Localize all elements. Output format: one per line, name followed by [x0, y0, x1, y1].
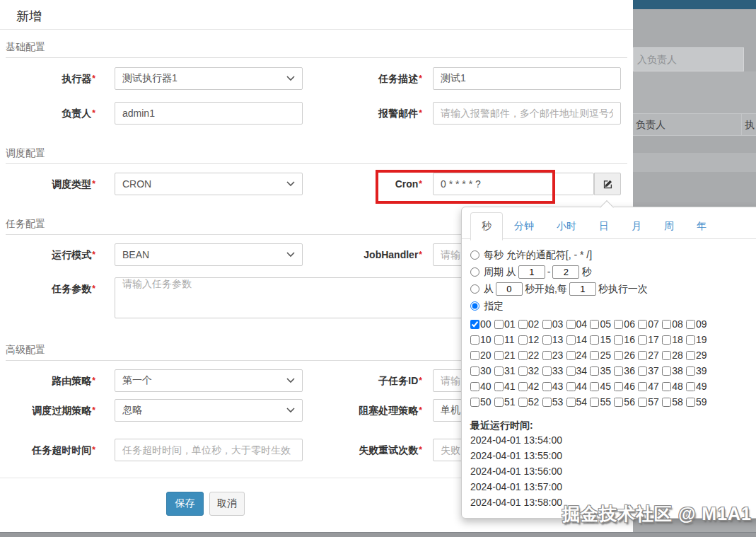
second-item-36[interactable]: 36: [614, 363, 638, 379]
second-item-16[interactable]: 16: [614, 332, 638, 347]
second-checkbox-20[interactable]: [470, 351, 479, 360]
second-checkbox-28[interactable]: [662, 351, 671, 360]
second-item-37[interactable]: 37: [638, 363, 662, 379]
second-item-34[interactable]: 34: [566, 363, 591, 379]
second-item-33[interactable]: 33: [542, 363, 566, 379]
second-checkbox-37[interactable]: [638, 366, 647, 376]
cron-tab-年[interactable]: 年: [685, 212, 718, 241]
second-item-54[interactable]: 54: [566, 394, 591, 410]
second-item-51[interactable]: 51: [494, 394, 518, 410]
second-checkbox-53[interactable]: [542, 398, 552, 407]
second-item-55[interactable]: 55: [590, 394, 614, 410]
second-checkbox-41[interactable]: [494, 382, 504, 391]
cron-option-cycle[interactable]: 周期 从-秒: [470, 263, 756, 280]
cron-option-from-radio[interactable]: [470, 284, 479, 294]
cron-tab-秒[interactable]: 秒: [470, 212, 503, 241]
second-checkbox-17[interactable]: [638, 335, 647, 345]
second-item-25[interactable]: 25: [590, 347, 614, 363]
second-checkbox-08[interactable]: [662, 320, 671, 329]
second-checkbox-13[interactable]: [542, 335, 552, 345]
second-item-24[interactable]: 24: [566, 347, 591, 363]
second-item-11[interactable]: 11: [494, 332, 518, 347]
second-checkbox-00[interactable]: [470, 320, 479, 329]
owner-input[interactable]: [115, 102, 303, 125]
second-checkbox-58[interactable]: [662, 398, 671, 407]
second-checkbox-42[interactable]: [518, 382, 528, 391]
second-item-14[interactable]: 14: [566, 332, 591, 347]
cron-option-specify-radio[interactable]: [470, 301, 479, 311]
cron-tab-月[interactable]: 月: [620, 212, 653, 241]
second-item-17[interactable]: 17: [638, 332, 662, 347]
second-item-12[interactable]: 12: [518, 332, 542, 347]
schedule-type-select[interactable]: CRON: [115, 173, 303, 195]
second-item-38[interactable]: 38: [662, 363, 686, 379]
second-item-21[interactable]: 21: [494, 347, 518, 363]
second-item-26[interactable]: 26: [614, 347, 638, 363]
second-item-59[interactable]: 59: [686, 394, 710, 410]
second-checkbox-02[interactable]: [518, 320, 528, 329]
second-checkbox-22[interactable]: [518, 351, 528, 360]
misfire-strategy-select[interactable]: 忽略: [115, 399, 303, 422]
second-checkbox-54[interactable]: [566, 398, 576, 407]
second-item-30[interactable]: 30: [470, 363, 494, 379]
second-checkbox-57[interactable]: [638, 398, 647, 407]
second-checkbox-34[interactable]: [566, 366, 576, 376]
cron-input[interactable]: [433, 173, 594, 195]
second-item-18[interactable]: 18: [662, 332, 686, 347]
from-step-input[interactable]: [569, 282, 596, 296]
second-checkbox-25[interactable]: [590, 351, 599, 360]
cron-edit-button[interactable]: [594, 173, 621, 195]
second-item-20[interactable]: 20: [470, 347, 494, 363]
second-checkbox-18[interactable]: [662, 335, 671, 345]
second-item-15[interactable]: 15: [590, 332, 614, 347]
second-item-40[interactable]: 40: [470, 379, 494, 394]
second-item-06[interactable]: 06: [614, 316, 638, 332]
second-checkbox-24[interactable]: [566, 351, 576, 360]
cycle-end-input[interactable]: [552, 265, 579, 279]
cron-tab-小时[interactable]: 小时: [545, 212, 588, 241]
second-checkbox-47[interactable]: [638, 382, 647, 391]
second-item-02[interactable]: 02: [518, 316, 542, 332]
second-item-08[interactable]: 08: [662, 316, 686, 332]
second-checkbox-09[interactable]: [686, 320, 695, 329]
executor-select[interactable]: 测试执行器1: [115, 67, 303, 90]
second-checkbox-48[interactable]: [662, 382, 671, 391]
second-item-04[interactable]: 04: [566, 316, 591, 332]
cron-option-every[interactable]: 每秒 允许的通配符[, - * /]: [470, 246, 756, 263]
second-checkbox-51[interactable]: [494, 398, 504, 407]
second-checkbox-10[interactable]: [470, 335, 479, 345]
second-checkbox-27[interactable]: [638, 351, 647, 360]
second-checkbox-56[interactable]: [614, 398, 623, 407]
second-checkbox-04[interactable]: [566, 320, 576, 329]
second-checkbox-15[interactable]: [590, 335, 599, 345]
alarm-email-input[interactable]: [433, 102, 621, 125]
second-checkbox-06[interactable]: [614, 320, 623, 329]
second-item-57[interactable]: 57: [638, 394, 662, 410]
second-item-53[interactable]: 53: [542, 394, 566, 410]
timeout-input[interactable]: [115, 439, 303, 461]
second-checkbox-07[interactable]: [638, 320, 647, 329]
second-item-35[interactable]: 35: [590, 363, 614, 379]
second-item-47[interactable]: 47: [638, 379, 662, 394]
second-item-42[interactable]: 42: [518, 379, 542, 394]
second-item-56[interactable]: 56: [614, 394, 638, 410]
save-button[interactable]: 保存: [166, 492, 204, 516]
second-item-13[interactable]: 13: [542, 332, 566, 347]
second-item-29[interactable]: 29: [686, 347, 710, 363]
second-item-41[interactable]: 41: [494, 379, 518, 394]
second-item-31[interactable]: 31: [494, 363, 518, 379]
second-checkbox-30[interactable]: [470, 366, 479, 376]
cron-tab-周[interactable]: 周: [653, 212, 685, 241]
second-checkbox-38[interactable]: [662, 366, 671, 376]
cron-option-from[interactable]: 从秒开始,每秒执行一次: [470, 280, 756, 297]
second-item-52[interactable]: 52: [518, 394, 542, 410]
second-item-01[interactable]: 01: [494, 316, 518, 332]
second-checkbox-55[interactable]: [590, 398, 599, 407]
second-item-00[interactable]: 00: [470, 316, 494, 332]
cron-option-specify[interactable]: 指定: [470, 297, 756, 314]
cancel-button[interactable]: 取消: [209, 492, 245, 516]
second-checkbox-31[interactable]: [494, 366, 504, 376]
second-item-44[interactable]: 44: [566, 379, 591, 394]
second-item-43[interactable]: 43: [542, 379, 566, 394]
second-checkbox-50[interactable]: [470, 398, 479, 407]
